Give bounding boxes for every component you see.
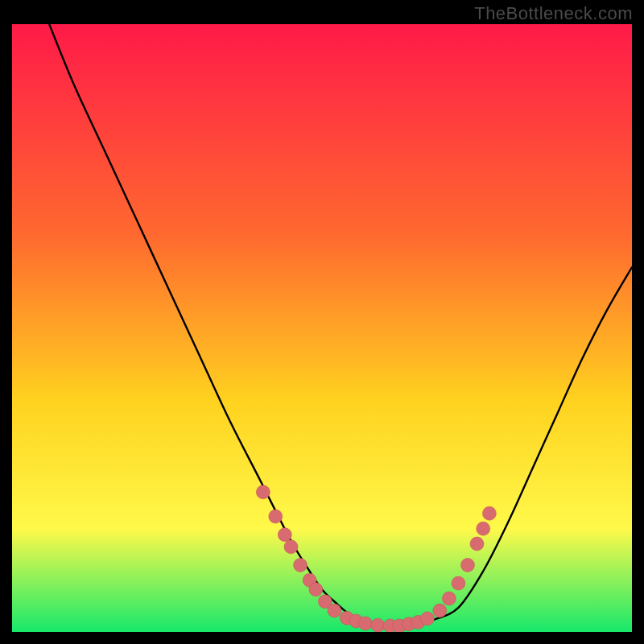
curve-marker xyxy=(477,522,490,535)
curve-marker xyxy=(470,537,484,551)
curve-marker xyxy=(482,506,496,520)
curve-marker xyxy=(433,604,447,617)
chart-svg xyxy=(12,24,632,632)
watermark-text: TheBottleneck.com xyxy=(474,3,633,24)
curve-marker xyxy=(371,618,385,632)
curve-marker xyxy=(309,583,323,597)
curve-marker xyxy=(328,604,341,617)
curve-marker xyxy=(284,540,298,554)
curve-marker xyxy=(420,612,434,625)
curve-marker xyxy=(460,558,474,572)
curve-marker xyxy=(358,617,372,630)
gradient-background xyxy=(12,24,632,632)
curve-marker xyxy=(442,592,456,605)
curve-marker xyxy=(269,510,283,523)
chart-frame: TheBottleneck.com xyxy=(0,0,644,644)
curve-marker xyxy=(452,576,465,590)
curve-marker xyxy=(278,528,291,542)
curve-marker xyxy=(294,558,308,572)
chart-plot-area xyxy=(12,24,632,632)
curve-marker xyxy=(256,485,270,499)
